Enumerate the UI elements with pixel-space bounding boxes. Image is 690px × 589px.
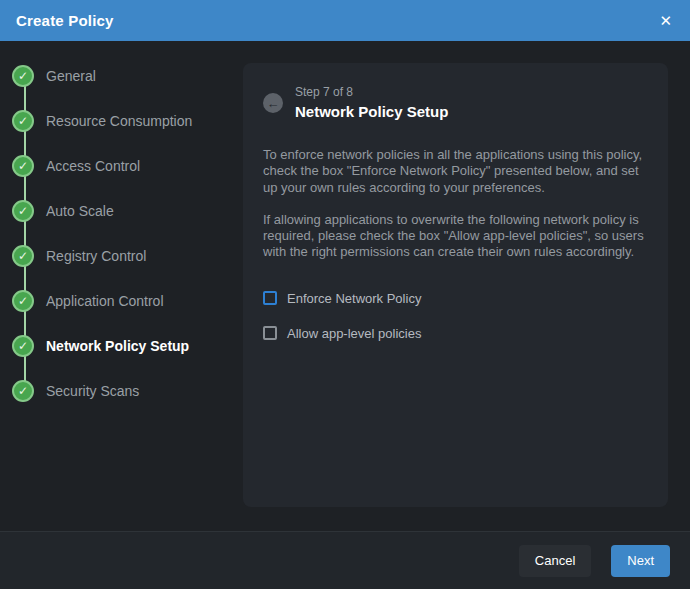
- step-label: Network Policy Setup: [46, 338, 189, 354]
- dialog-title: Create Policy: [16, 12, 114, 29]
- back-arrow-icon[interactable]: ←: [263, 93, 283, 113]
- step-label: General: [46, 68, 96, 84]
- checkbox-icon[interactable]: [263, 326, 277, 340]
- step-content-card: ← Step 7 of 8 Network Policy Setup To en…: [243, 63, 668, 507]
- checkbox-enforce-network-policy[interactable]: Enforce Network Policy: [263, 291, 648, 306]
- checkbox-icon[interactable]: [263, 291, 277, 305]
- next-button[interactable]: Next: [611, 545, 670, 577]
- dialog-footer: Cancel Next: [0, 531, 690, 589]
- step-completed-check-icon: ✓: [12, 65, 34, 87]
- checkbox-label: Allow app-level policies: [287, 326, 421, 341]
- step-completed-check-icon: ✓: [12, 245, 34, 267]
- stepper-item-resource-consumption[interactable]: ✓ Resource Consumption: [0, 98, 243, 143]
- step-completed-check-icon: ✓: [12, 110, 34, 132]
- step-label: Registry Control: [46, 248, 146, 264]
- step-header: ← Step 7 of 8 Network Policy Setup: [263, 85, 648, 120]
- stepper-item-network-policy-setup[interactable]: ✓ Network Policy Setup: [0, 323, 243, 368]
- description-paragraph: If allowing applications to overwrite th…: [263, 212, 648, 261]
- description-paragraph: To enforce network policies in all the a…: [263, 147, 648, 196]
- step-label: Application Control: [46, 293, 164, 309]
- dialog-header: Create Policy ✕: [0, 0, 690, 41]
- step-completed-check-icon: ✓: [12, 155, 34, 177]
- stepper-item-registry-control[interactable]: ✓ Registry Control: [0, 233, 243, 278]
- step-completed-check-icon: ✓: [12, 335, 34, 357]
- create-policy-dialog: Create Policy ✕ ✓ General ✓ Resource Con…: [0, 0, 690, 589]
- step-title: Network Policy Setup: [295, 103, 448, 120]
- stepper-item-auto-scale[interactable]: ✓ Auto Scale: [0, 188, 243, 233]
- checkbox-label: Enforce Network Policy: [287, 291, 421, 306]
- stepper-item-application-control[interactable]: ✓ Application Control: [0, 278, 243, 323]
- step-completed-check-icon: ✓: [12, 290, 34, 312]
- close-icon[interactable]: ✕: [659, 13, 672, 28]
- stepper-item-access-control[interactable]: ✓ Access Control: [0, 143, 243, 188]
- step-label: Auto Scale: [46, 203, 114, 219]
- cancel-button[interactable]: Cancel: [519, 545, 591, 577]
- stepper-item-security-scans[interactable]: ✓ Security Scans: [0, 368, 243, 413]
- step-label: Access Control: [46, 158, 140, 174]
- wizard-stepper: ✓ General ✓ Resource Consumption ✓ Acces…: [0, 53, 243, 413]
- step-completed-check-icon: ✓: [12, 200, 34, 222]
- stepper-item-general[interactable]: ✓ General: [0, 53, 243, 98]
- step-label: Security Scans: [46, 383, 139, 399]
- step-label: Resource Consumption: [46, 113, 192, 129]
- checkbox-allow-app-level-policies[interactable]: Allow app-level policies: [263, 326, 648, 341]
- step-completed-check-icon: ✓: [12, 380, 34, 402]
- step-counter: Step 7 of 8: [295, 85, 448, 99]
